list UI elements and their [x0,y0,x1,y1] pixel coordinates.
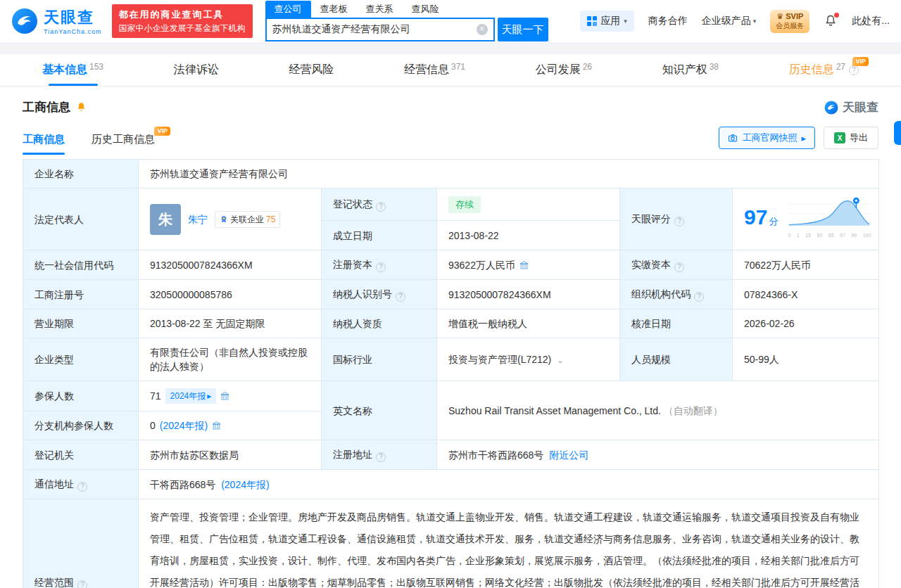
nav-tab-count: 26 [583,62,592,72]
field-label: 实缴资本? [620,250,733,280]
table-row: 统一社会信用代码 9132050007824366XM 注册资本? 93622万… [23,250,879,280]
tianyancha-logo[interactable]: 天眼查 TianYanCha.com [11,7,102,35]
field-label: 通信地址? [23,470,139,499]
chevron-down-icon[interactable]: ⌄ [557,356,563,364]
help-icon[interactable]: ? [694,292,704,302]
floating-side-tab[interactable] [894,121,901,145]
auto-translate-note: （自动翻译） [664,405,723,416]
table-row: 经营范围? 资产管理、投资管理；企业管理。房地产开发及商品房销售。轨道交通上盖物… [23,499,879,588]
help-icon[interactable]: ? [376,262,386,272]
field-label: 登记机关 [23,440,139,470]
clear-search-icon[interactable]: × [477,24,488,35]
tab-business-info[interactable]: 工商信息 [23,133,65,155]
table-row: 营业期限 2013-08-22 至 无固定期限 纳税人资质 增值税一般纳税人 核… [23,309,879,338]
field-label: 组织机构代码? [620,280,733,309]
score-axis-tick: 100 [863,229,871,243]
camera-icon [728,134,738,142]
archive-history-icon[interactable] [212,421,221,430]
company-section-tabs: 基本信息153法律诉讼经营风险经营信息371公司发展26知识产权38历史信息27… [0,54,901,87]
annual-report-link[interactable]: (2024年报) [160,418,208,433]
legal-rep-name-link[interactable]: 朱宁 [188,212,208,226]
field-label: 天眼评分? [620,188,733,250]
excel-icon: X [834,132,845,143]
related-companies-tag[interactable]: 关联企业 75 [215,211,280,228]
chevron-right-icon: ▸ [801,133,806,143]
score-axis-labels: 011550659799100 [788,229,871,243]
nav-tab-count: 38 [710,62,719,72]
field-label: 成立日期 [322,221,437,250]
nav-tab-company-development[interactable]: 公司发展26 [536,54,592,86]
user-menu[interactable]: 此处有... [852,15,890,27]
subscribe-bell-icon[interactable] [75,101,87,113]
nav-tab-legal-proceedings[interactable]: 法律诉讼 [174,54,219,86]
menu-business-cooperation[interactable]: 商务合作 [648,15,688,27]
field-label: 分支机构参保人数 [23,411,139,440]
nav-tab-count: 371 [451,62,465,72]
nav-tab-label: 经营信息 [404,63,449,77]
field-label: 英文名称 [322,381,437,440]
tianyan-score[interactable]: 97分 011550659799100 [744,196,867,243]
table-row: 参保人数 71 2024年报▸ 英文名称 Suzhou Rail Transit… [23,381,879,411]
search-tab-relation[interactable]: 查关系 [357,1,403,18]
nav-tab-business-info[interactable]: 经营信息371 [404,54,465,86]
search-area: 查公司查老板查关系查风险 × 天眼一下 [265,1,548,41]
help-icon[interactable]: ? [674,217,684,226]
help-icon[interactable]: ? [77,580,87,588]
score-axis-tick: 0 [788,229,790,243]
table-row: 工商注册号 320500000085786 纳税人识别号? 9132050007… [23,280,879,309]
official-snapshot-button[interactable]: 工商官网快照 ▸ [719,127,815,149]
table-row: 登记机关 苏州市姑苏区数据局 注册地址? 苏州市干将西路668号 附近公司 [23,440,879,470]
archive-history-icon[interactable] [220,392,229,400]
field-label: 纳税人识别号? [322,280,437,309]
help-icon[interactable]: ? [674,262,684,272]
table-row: 通信地址? 干将西路668号 (2024年报) [23,470,879,499]
promo-banner: 都在用的商业查询工具 国家中小企业发展子基金旗下机构 [112,4,253,38]
nav-tab-count: 153 [89,62,103,72]
top-header: 天眼查 TianYanCha.com 都在用的商业查询工具 国家中小企业发展子基… [0,0,901,42]
nav-tab-label: 公司发展 [536,63,581,77]
nav-tab-label: 法律诉讼 [174,63,219,77]
export-button[interactable]: X 导出 [824,127,878,149]
search-button[interactable]: 天眼一下 [498,18,548,41]
help-icon[interactable]: ? [376,202,386,212]
svip-member-badge[interactable]: ♛ SVIP 会员服务 [770,10,809,33]
company-name-value: 苏州轨道交通资产经营有限公司 [139,160,879,188]
annual-report-link[interactable]: (2024年报) [221,479,269,490]
field-label: 人员规模 [620,338,733,381]
menu-enterprise-products[interactable]: 企业级产品 ▾ [702,15,757,27]
annual-report-badge[interactable]: 2024年报▸ [165,388,217,404]
legal-rep-avatar[interactable]: 朱 [150,204,181,235]
vip-badge: VIP [852,57,869,66]
score-axis-tick: 97 [840,229,845,243]
field-label: 国标行业 [322,338,437,381]
nav-tab-history-info[interactable]: 历史信息27?VIP [789,54,859,86]
watermark-eye-icon [824,101,838,115]
notification-dot [834,13,839,18]
help-icon[interactable]: ? [396,292,405,302]
search-input[interactable] [267,24,477,35]
help-icon[interactable]: ? [376,452,386,462]
search-tab-company[interactable]: 查公司 [265,1,311,18]
business-info-table: 企业名称 苏州轨道交通资产经营有限公司 法定代表人 朱 朱宁 关联企业 [23,159,879,588]
notification-bell-icon[interactable] [824,14,838,28]
nav-tab-intellectual-property[interactable]: 知识产权38 [662,54,719,86]
nav-tab-business-risk[interactable]: 经营风险 [289,54,334,86]
help-icon[interactable]: ? [849,65,859,75]
score-distribution-chart: 011550659799100 [788,196,871,243]
search-tab-boss[interactable]: 查老板 [311,1,357,18]
score-axis-tick: 1 [797,229,800,243]
search-tab-risk[interactable]: 查风险 [403,1,448,18]
header-divider [0,42,901,54]
score-axis-tick: 15 [805,229,811,243]
search-box: × [265,18,495,41]
archive-history-icon[interactable] [519,261,529,269]
tab-history-business-info[interactable]: 历史工商信息 VIP [92,133,155,155]
field-label: 经营范围? [23,499,139,588]
vip-badge: VIP [154,127,170,136]
field-label: 参保人数 [23,381,139,411]
nav-tab-basic-info[interactable]: 基本信息153 [42,54,103,86]
apps-button[interactable]: 应用 ▾ [580,11,634,32]
field-label: 登记状态? [322,188,437,221]
nearby-companies-link[interactable]: 附近公司 [549,449,588,461]
help-icon[interactable]: ? [77,482,87,492]
